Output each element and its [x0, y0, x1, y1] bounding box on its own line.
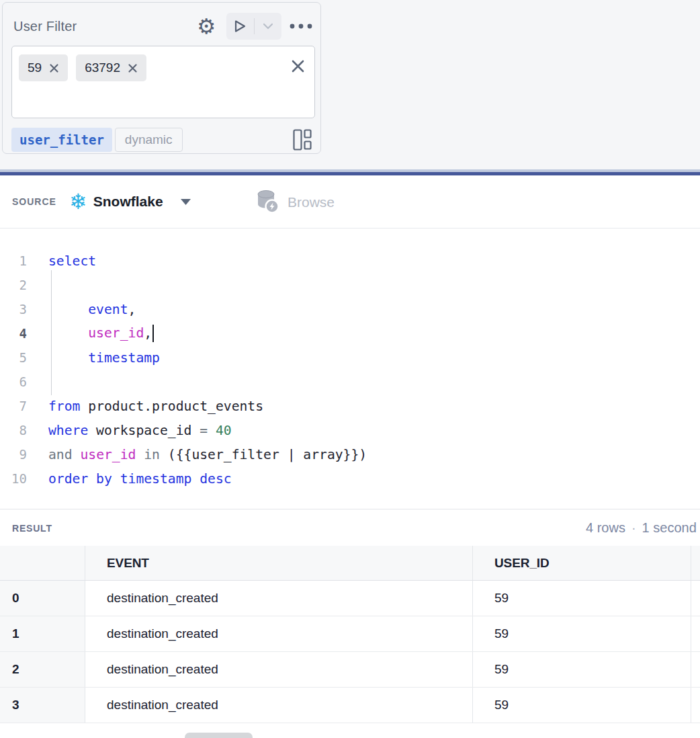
filter-chip: 59	[19, 54, 68, 81]
clear-all-button[interactable]	[290, 58, 306, 74]
column-header	[691, 546, 700, 580]
status-separator: ·	[631, 520, 636, 536]
source-label: SOURCE	[12, 196, 56, 207]
line-content: from product.product_events	[48, 399, 263, 414]
code-line: 9and user_id in ({{user_filter | array}}…	[0, 442, 700, 466]
widget-header: User Filter ⚙	[13, 12, 312, 40]
widget-footer: user_filter dynamic	[11, 127, 312, 153]
indent-guide	[51, 270, 52, 395]
source-toolbar: SOURCE ❄ Snowflake Browse	[0, 175, 700, 229]
table-cell	[691, 652, 700, 687]
code-line: 7from product.product_events	[0, 394, 700, 418]
column-header	[0, 546, 85, 580]
chip-remove-button[interactable]	[49, 63, 59, 73]
code-line: 4 user_id,	[0, 321, 700, 345]
x-icon	[128, 63, 138, 73]
column-header[interactable]: USER_ID	[473, 546, 691, 580]
result-header: RESULT 4 rows · 1 second	[0, 509, 700, 546]
line-number: 9	[0, 447, 27, 462]
code-line: 3 event,	[0, 297, 700, 321]
table-row: 3destination_created59	[0, 688, 700, 723]
code-line: 10order by timestamp desc	[0, 466, 700, 491]
line-content: user_id,	[48, 325, 154, 342]
horizontal-scrollbar-thumb[interactable]	[185, 733, 253, 738]
ellipsis-icon	[290, 24, 312, 29]
more-options-button[interactable]	[290, 24, 312, 29]
table-cell: destination_created	[85, 581, 473, 616]
chip-remove-button[interactable]	[128, 63, 138, 73]
code-line: 8where workspace_id = 40	[0, 418, 700, 442]
line-content: and user_id in ({{user_filter | array}})	[48, 447, 367, 462]
line-number: 10	[0, 471, 27, 486]
table-cell	[691, 688, 700, 723]
browse-button[interactable]: Browse	[251, 175, 339, 229]
table-cell: 59	[473, 688, 691, 723]
row-index-cell: 1	[0, 616, 85, 651]
gear-icon: ⚙	[197, 16, 216, 37]
line-content: select	[48, 253, 96, 269]
line-number: 3	[0, 302, 27, 317]
table-cell: destination_created	[85, 688, 473, 723]
table-cell: 59	[473, 616, 691, 651]
widget-settings-button[interactable]: ⚙	[197, 16, 216, 37]
dynamic-badge: dynamic	[115, 128, 183, 152]
text-cursor	[152, 325, 154, 342]
variable-name-pill[interactable]: user_filter	[11, 128, 112, 152]
snowflake-icon: ❄	[69, 191, 87, 212]
connection-name[interactable]: Snowflake	[93, 194, 163, 210]
line-number: 7	[0, 399, 27, 413]
code-line: 5 timestamp	[0, 345, 700, 370]
run-options-button[interactable]	[255, 13, 282, 40]
result-label: RESULT	[12, 509, 52, 546]
line-number: 6	[0, 374, 27, 389]
line-number: 2	[0, 278, 27, 292]
run-button[interactable]	[226, 13, 254, 40]
line-number: 5	[0, 350, 27, 365]
layout-button[interactable]	[293, 129, 312, 151]
table-row: 0destination_created59	[0, 581, 700, 616]
filter-chip: 63792	[76, 54, 146, 81]
line-number: 1	[0, 253, 27, 268]
table-cell: destination_created	[85, 616, 473, 651]
table-cell	[691, 581, 700, 616]
line-content: where workspace_id = 40	[48, 423, 232, 438]
database-bolt-icon	[255, 190, 280, 214]
chip-label: 59	[28, 60, 42, 75]
sql-editor[interactable]: 1select23 event,4 user_id,5 timestamp67f…	[0, 229, 700, 509]
table-cell: 59	[473, 581, 691, 616]
chip-label: 63792	[85, 60, 120, 75]
table-cell: destination_created	[85, 652, 473, 687]
x-icon	[49, 63, 59, 73]
code-line: 2	[0, 273, 700, 297]
column-header[interactable]: EVENT	[85, 546, 473, 580]
caret-down-icon[interactable]	[181, 199, 191, 205]
line-content: event,	[48, 302, 136, 317]
line-content: order by timestamp desc	[48, 471, 232, 487]
user-filter-widget: User Filter ⚙ 5963792	[2, 2, 321, 154]
row-index-cell: 2	[0, 652, 85, 687]
chevron-down-icon	[263, 23, 273, 30]
x-icon	[290, 58, 306, 74]
table-row: 1destination_created59	[0, 616, 700, 652]
row-index-cell: 0	[0, 581, 85, 616]
result-table: EVENTUSER_ID 0destination_created591dest…	[0, 546, 700, 723]
table-cell	[691, 616, 700, 651]
row-count: 4 rows	[586, 520, 625, 536]
line-number: 4	[0, 326, 27, 341]
table-cell: 59	[473, 652, 691, 687]
browse-label: Browse	[288, 194, 335, 210]
chip-list: 5963792	[19, 54, 146, 81]
code-lines: 1select23 event,4 user_id,5 timestamp67f…	[0, 249, 700, 491]
line-content: timestamp	[48, 350, 160, 366]
play-icon	[234, 19, 247, 33]
table-header-row: EVENTUSER_ID	[0, 546, 700, 581]
line-number: 8	[0, 423, 27, 438]
result-status: 4 rows · 1 second	[586, 509, 697, 546]
table-row: 2destination_created59	[0, 652, 700, 688]
widget-title: User Filter	[13, 19, 197, 34]
code-line: 6	[0, 370, 700, 394]
table-body: 0destination_created591destination_creat…	[0, 581, 700, 723]
multiselect-input[interactable]: 5963792	[11, 46, 315, 118]
run-button-group	[226, 13, 281, 40]
query-duration: 1 second	[642, 520, 697, 536]
